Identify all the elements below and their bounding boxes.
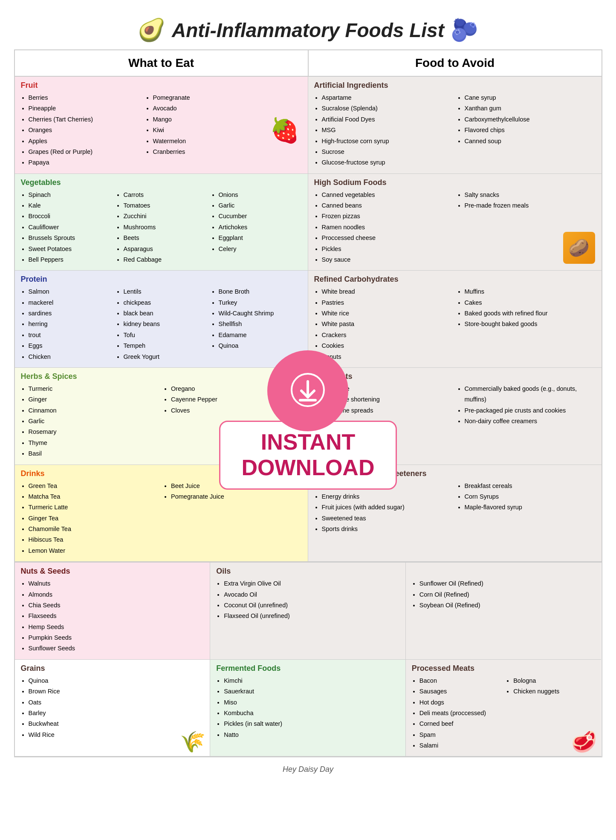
drinks-list-2: Beet Juice Pomegranate Juice [163, 481, 302, 557]
list-item: Celery [219, 244, 302, 254]
list-item: Salami [419, 740, 501, 751]
list-item: Corned beef [419, 719, 501, 729]
list-item: Chamomile Tea [29, 524, 159, 534]
list-item: Fruit juices (with added sugar) [322, 502, 453, 513]
sodium-section: High Sodium Foods Canned vegetables Cann… [308, 174, 602, 271]
list-item: kidney beans [124, 319, 207, 329]
chips-image: 🥔 [563, 232, 595, 264]
list-item: Glucose-fructose syrup [322, 157, 453, 168]
list-item: Berries [29, 92, 141, 103]
artificial-section: Artificial Ingredients Aspartame Sucralo… [308, 77, 602, 174]
list-item: Cinnamon [29, 405, 159, 416]
list-item: Deli meats (proccessed) [419, 708, 501, 719]
list-item: Extra Virgin Olive Oil [224, 578, 399, 589]
nuts-list: Walnuts Almonds Chia Seeds Flaxseeds Hem… [21, 578, 204, 654]
transfat-title: Trans Fats [314, 372, 596, 381]
transfat-columns: Margarine Vegetable shortening Margarine… [314, 384, 596, 438]
list-item: Quinoa [219, 341, 302, 351]
list-item: Sauerkraut [224, 686, 399, 697]
list-item: Thyme [29, 438, 159, 448]
list-item: Salty snacks [465, 190, 596, 200]
list-item: Corn Oil (Refined) [419, 589, 596, 600]
sodium-list-1: Canned vegetables Canned beans Frozen pi… [314, 190, 453, 266]
list-item: Frozen pizzas [322, 211, 453, 222]
list-item: Shellfish [219, 319, 302, 329]
fruit-columns: Berries Pineapple Cherries (Tart Cherrie… [21, 92, 302, 168]
raspberry-decoration: 🍓 [270, 92, 302, 168]
list-item: Sucrose [322, 147, 453, 157]
fermented-title: Fermented Foods [216, 664, 399, 673]
list-item: Flaxseed Oil (unrefined) [224, 611, 399, 621]
protein-title: Protein [21, 275, 302, 284]
protein-list-2: Lentils chickpeas black bean kidney bean… [116, 286, 207, 362]
list-item: Cherries (Tart Cherries) [29, 114, 141, 125]
list-item: Proccessed cheese [322, 233, 453, 243]
fruit-section: Fruit Berries Pineapple Cherries (Tart C… [15, 77, 308, 174]
list-item: Brown Rice [29, 686, 204, 697]
carbs-list-1: White bread Pastries White rice White pa… [314, 286, 453, 362]
list-item: Avocado Oil [224, 589, 399, 600]
oils-bad-list: Sunflower Oil (Refined) Corn Oil (Refine… [412, 578, 596, 611]
list-item: Kale [29, 200, 112, 211]
list-item: Fries [322, 416, 453, 427]
veg-list-2: Carrots Tomatoes Zucchini Mushrooms Beet… [116, 190, 207, 266]
list-item: Bell Peppers [29, 254, 112, 265]
list-item: Edamame [219, 330, 302, 341]
grains-list: Quinoa Brown Rice Oats Barley Buckwheat … [21, 675, 204, 740]
list-item: Sunflower Seeds [29, 643, 204, 654]
drinks-section: Drinks Green Tea Matcha Tea Turmeric Lat… [15, 465, 308, 562]
left-column-header: What to Eat [15, 50, 308, 77]
list-item: Sunflower Oil (Refined) [419, 578, 596, 589]
herbs-title: Herbs & Spices [21, 372, 302, 381]
carbs-columns: White bread Pastries White rice White pa… [314, 286, 596, 362]
list-item: Sucralose (Splenda) [322, 103, 453, 114]
list-item: Eggplant [219, 233, 302, 243]
list-item: Canned soup [465, 136, 596, 147]
herbs-columns: Turmeric Ginger Cinnamon Garlic Rosemary… [21, 384, 302, 459]
list-item: White bread [322, 286, 453, 297]
oils-good-section: Oils Extra Virgin Olive Oil Avocado Oil … [210, 563, 406, 660]
list-item: Cauliflower [29, 222, 112, 233]
footer: Hey Daisy Day [14, 757, 602, 782]
oils-good-title: Oils [216, 567, 399, 576]
list-item: Aspartame [322, 92, 453, 103]
list-item: Avocado [153, 103, 266, 114]
list-item: Spam [419, 730, 501, 740]
list-item: Pre-made frozen meals [465, 200, 596, 211]
list-item: Pomegranate [153, 92, 266, 103]
bottom-grid: Nuts & Seeds Walnuts Almonds Chia Seeds … [14, 563, 602, 757]
list-item: Cane syrup [465, 92, 596, 103]
list-item: Cayenne Pepper [171, 394, 302, 405]
vegetables-columns: Spinach Kale Broccoli Cauliflower Brusse… [21, 190, 302, 266]
list-item: mackerel [29, 297, 112, 308]
list-item: Spinach [29, 190, 112, 200]
main-grid: What to Eat Food to Avoid Fruit Berries … [14, 49, 602, 563]
list-item: Fried chicken [322, 427, 453, 437]
list-item: Wild Rice [29, 730, 204, 740]
list-item: Commercially baked goods (e.g., donuts, … [465, 384, 596, 405]
list-item: chickpeas [124, 297, 207, 308]
list-item: Barley [29, 708, 204, 719]
fermented-section: Fermented Foods Kimchi Sauerkraut Miso K… [210, 660, 406, 757]
page-header: 🥑 Anti-Inflammatory Foods List 🫐 [14, 9, 602, 49]
list-item: Garlic [219, 200, 302, 211]
list-item: Store-bought baked goods [465, 319, 596, 329]
list-item: Pumpkin Seeds [29, 632, 204, 643]
sodium-columns: Canned vegetables Canned beans Frozen pi… [314, 190, 596, 266]
grains-section: Grains Quinoa Brown Rice Oats Barley Buc… [15, 660, 211, 757]
artificial-title: Artificial Ingredients [314, 81, 596, 90]
list-item: Hibiscus Tea [29, 534, 159, 545]
list-item: Natto [224, 730, 399, 740]
list-item: Mango [153, 114, 266, 125]
list-item: Sweet Potatoes [29, 244, 112, 254]
list-item: Beets [124, 233, 207, 243]
list-item: Salmon [29, 286, 112, 297]
list-item: Sausages [419, 686, 501, 697]
carbs-title: Refined Carbohydrates [314, 275, 596, 284]
list-item: Watermelon [153, 136, 266, 147]
herbs-list-2: Oregano Cayenne Pepper Cloves [163, 384, 302, 459]
list-item: Buckwheat [29, 719, 204, 729]
herbs-list-1: Turmeric Ginger Cinnamon Garlic Rosemary… [21, 384, 159, 459]
list-item: Cucumber [219, 211, 302, 222]
transfat-list-1: Margarine Vegetable shortening Margarine… [314, 384, 453, 438]
